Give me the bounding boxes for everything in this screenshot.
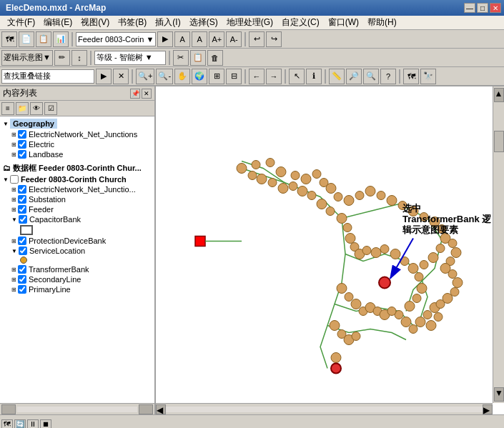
level-dropdown[interactable]: 等级 - 智能树 ▼: [94, 51, 166, 65]
menu-customize[interactable]: 自定义(C): [277, 16, 324, 29]
overview-btn[interactable]: 🗺: [403, 69, 419, 84]
map-icon-2[interactable]: 🔄: [14, 419, 26, 429]
menu-window[interactable]: 窗口(W): [324, 16, 363, 29]
check-servicelocation[interactable]: [19, 247, 27, 255]
menu-insert[interactable]: 插入(I): [151, 16, 184, 29]
find-clear-button[interactable]: ✕: [113, 69, 129, 84]
expand-geography[interactable]: ▼: [3, 121, 9, 127]
zoom-extent-btn[interactable]: ⊟: [226, 69, 242, 84]
full-extent-btn[interactable]: ⊞: [209, 69, 224, 84]
measure-btn[interactable]: 📏: [329, 69, 345, 84]
toc-item-primaryline[interactable]: ⊞ PrimaryLine: [10, 284, 153, 294]
close-button[interactable]: ✕: [490, 3, 501, 13]
maximize-button[interactable]: □: [477, 3, 488, 13]
info-btn[interactable]: ℹ: [306, 69, 322, 84]
expand-9[interactable]: ▼: [11, 248, 17, 254]
check-electricnetwork-junctions[interactable]: [18, 130, 26, 139]
check-capacitorbank[interactable]: [19, 215, 27, 224]
toc-scrollbar[interactable]: [0, 403, 154, 414]
toolbar-btn-6[interactable]: A: [174, 31, 190, 47]
toolbar-delete[interactable]: 🗑: [207, 50, 223, 66]
map-scrollbar-bottom[interactable]: ◀ ▶: [156, 403, 493, 414]
toolbar-btn-8[interactable]: A+: [209, 31, 224, 47]
menu-select[interactable]: 选择(S): [185, 16, 222, 29]
menu-file[interactable]: 文件(F): [3, 16, 39, 29]
feeder-dropdown[interactable]: Feeder 0803-Corin ▼: [76, 32, 156, 46]
toc-item-protectiondevicebank[interactable]: ⊞ ProtectionDeviceBank: [10, 236, 153, 246]
identify-btn[interactable]: 🔎: [346, 69, 362, 84]
find-go-button[interactable]: ▶: [96, 69, 112, 84]
expand-4[interactable]: ⊞: [11, 186, 16, 193]
toc-list-btn[interactable]: ≡: [1, 102, 14, 115]
scroll-track-h[interactable]: [166, 407, 483, 412]
expand-11[interactable]: ⊞: [11, 277, 16, 283]
panel-pin[interactable]: 📌: [130, 89, 140, 99]
check-landbase[interactable]: [18, 150, 26, 159]
expand-1[interactable]: ⊞: [11, 131, 16, 138]
toolbar-btn-10[interactable]: ↩: [249, 31, 265, 47]
expand-10[interactable]: ⊞: [11, 267, 16, 273]
toc-visibility-btn[interactable]: 👁: [30, 102, 43, 115]
toc-item-feeder[interactable]: ⊞ Feeder: [10, 204, 153, 214]
menu-bookmark[interactable]: 书签(B): [114, 16, 151, 29]
map-tips-btn[interactable]: ?: [380, 69, 396, 84]
map-icon-1[interactable]: 🗺: [1, 419, 13, 429]
toc-item-transformerbank[interactable]: ⊞ TransformerBank: [10, 264, 153, 274]
map-icon-stop[interactable]: ⏹: [40, 419, 51, 429]
toc-geography-group[interactable]: ▼ Geography: [1, 118, 153, 129]
check-secondaryline[interactable]: [18, 275, 26, 284]
toolbar-btn-7[interactable]: A: [192, 31, 207, 47]
scroll-left-btn[interactable]: ◀: [156, 404, 166, 414]
toolbar-scissors[interactable]: ✂: [173, 50, 189, 66]
search-btn[interactable]: 🔍: [363, 69, 379, 84]
toc-item-landbase[interactable]: ⊞ Landbase: [10, 149, 153, 159]
check-protectiondevicebank[interactable]: [18, 237, 26, 245]
pan-btn[interactable]: ✋: [174, 69, 190, 84]
toolbar-btn-4[interactable]: 📊: [53, 31, 69, 47]
toolbar-pencil[interactable]: ✏: [54, 50, 70, 66]
expand-2[interactable]: ⊞: [11, 141, 16, 148]
minimize-button[interactable]: —: [464, 3, 475, 13]
scroll-right-btn[interactable]: ▶: [483, 404, 493, 414]
toolbar-paste[interactable]: 📋: [190, 50, 206, 66]
toolbar-btn-2[interactable]: 📄: [19, 31, 34, 47]
back-btn[interactable]: ←: [249, 69, 265, 84]
expand-12[interactable]: ⊞: [11, 287, 16, 293]
check-transformerbank[interactable]: [18, 265, 26, 274]
zoom-in-btn[interactable]: 🔍+: [136, 69, 154, 84]
check-primaryline[interactable]: [18, 285, 26, 294]
toolbar-btn-11[interactable]: ↪: [266, 31, 282, 47]
menu-view[interactable]: 视图(V): [76, 16, 114, 29]
menu-edit[interactable]: 编辑(E): [39, 16, 76, 29]
toolbar-btn-9[interactable]: A-: [226, 31, 242, 47]
toc-select-btn[interactable]: ☑: [44, 102, 57, 115]
check-electric[interactable]: [18, 140, 26, 149]
toolbar-legend-edit[interactable]: 逻辑示意图▼: [1, 50, 53, 66]
menu-geoprocessing[interactable]: 地理处理(G): [222, 16, 277, 29]
toc-source-btn[interactable]: 📁: [16, 102, 29, 115]
toc-item-substation[interactable]: ⊞ Substation: [10, 194, 153, 204]
forward-btn[interactable]: →: [266, 69, 282, 84]
toolbar-move[interactable]: ↕: [71, 50, 87, 66]
toc-item-electric[interactable]: ⊞ Electric: [10, 139, 153, 149]
toolbar-btn-3[interactable]: 📋: [36, 31, 51, 47]
map-panel[interactable]: 选中 TransformerBank 逻 辑示意图要素 ▲ ▼ ◀ ▶: [156, 86, 504, 414]
scroll-down-btn[interactable]: ▼: [494, 387, 504, 402]
check-electricnetwork-junctio[interactable]: [18, 185, 26, 194]
expand-6[interactable]: ⊞: [11, 206, 16, 213]
scroll-up-btn[interactable]: ▲: [494, 88, 504, 102]
check-feeder[interactable]: [18, 205, 26, 214]
scroll-thumb-v[interactable]: [494, 131, 504, 152]
toc-item-electricnetwork-junctio[interactable]: ⊞ ElectricNetwork_Net_Junctio...: [10, 184, 153, 194]
toc-item-capacitorbank[interactable]: ▼ CapacitorBank: [10, 214, 153, 224]
expand-8[interactable]: ⊞: [11, 238, 16, 244]
toolbar-legend-icon[interactable]: 🗺: [1, 31, 17, 47]
map-scrollbar-right[interactable]: ▲ ▼: [493, 86, 504, 403]
toc-item-servicelocation[interactable]: ▼ ServiceLocation: [10, 246, 153, 256]
map-icon-pause[interactable]: ⏸: [27, 419, 39, 429]
scroll-left-btn[interactable]: [1, 404, 16, 414]
toolbar-btn-5[interactable]: ▶: [157, 31, 173, 47]
scroll-track[interactable]: [17, 407, 137, 412]
globe-btn[interactable]: 🌍: [192, 69, 207, 84]
expand-feeder[interactable]: ▼: [3, 176, 9, 183]
